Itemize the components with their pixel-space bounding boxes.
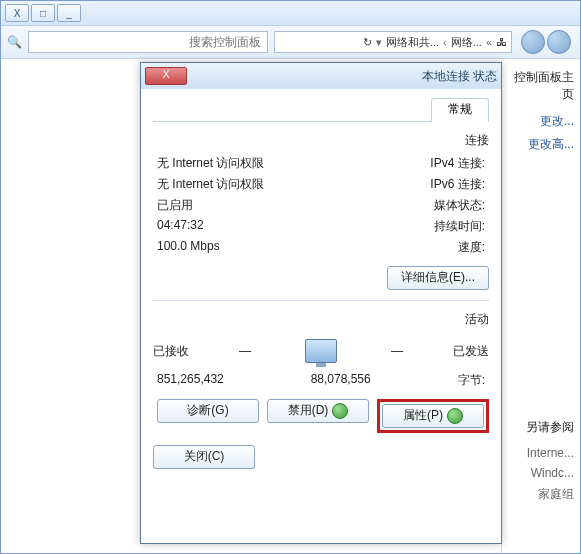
kv-row: 04:47:32持续时间: bbox=[153, 218, 489, 235]
network-icon: 🖧 bbox=[496, 36, 507, 48]
close-button[interactable]: X bbox=[5, 4, 29, 22]
close-button[interactable]: 关闭(C) bbox=[153, 445, 255, 469]
sidebar-link-advanced[interactable]: 更改高... bbox=[508, 136, 574, 153]
refresh-icon[interactable]: ↻ bbox=[363, 36, 372, 49]
globe-icon bbox=[332, 403, 348, 419]
sidebar-see-also: 另请参阅 bbox=[508, 419, 574, 436]
sidebar-link-windows[interactable]: Windc... bbox=[508, 466, 574, 480]
globe-icon bbox=[447, 408, 463, 424]
disable-button[interactable]: 禁用(D) bbox=[267, 399, 369, 423]
bytes-sent: 88,078,556 bbox=[311, 372, 371, 389]
activity-section: 活动 已接收 — — 已发送 851,265,432 88,078,556 字节… bbox=[153, 311, 489, 433]
dialog-title: 本地连接 状态 bbox=[422, 68, 497, 85]
section-title: 活动 bbox=[153, 311, 489, 328]
sidebar-heading: 控制面板主页 bbox=[508, 69, 574, 103]
bytes-recv: 851,265,432 bbox=[157, 372, 224, 389]
window-titlebar: X □ _ bbox=[1, 1, 580, 26]
kv-row: 100.0 Mbps速度: bbox=[153, 239, 489, 256]
divider bbox=[153, 300, 489, 301]
breadcrumb-seg[interactable]: 网络和共... bbox=[386, 35, 439, 50]
bytes-label: 字节: bbox=[458, 372, 485, 389]
activity-dash: — bbox=[391, 344, 403, 358]
activity-row: 已接收 — — 已发送 bbox=[153, 334, 489, 368]
toolbar: 🔍 ↻ ▾ 网络和共... ‹ 网络... « 🖧 bbox=[1, 26, 580, 59]
action-buttons: 诊断(G) 禁用(D) 属性(P) bbox=[153, 399, 489, 433]
chevron-left-icon: « bbox=[486, 36, 492, 48]
sidebar-link-homegroup[interactable]: 家庭组 bbox=[508, 486, 574, 503]
sidebar-link-internet[interactable]: Interne... bbox=[508, 446, 574, 460]
dialog-titlebar: 本地连接 状态 X bbox=[141, 63, 501, 89]
sent-label: 已发送 bbox=[453, 343, 489, 360]
sidebar-link-change[interactable]: 更改... bbox=[508, 113, 574, 130]
dialog-footer: 关闭(C) bbox=[153, 445, 489, 469]
kv-row: 无 Internet 访问权限IPv4 连接: bbox=[153, 155, 489, 172]
chevron-icon: ▾ bbox=[376, 36, 382, 49]
details-button[interactable]: 详细信息(E)... bbox=[387, 266, 489, 290]
kv-row: 已启用媒体状态: bbox=[153, 197, 489, 214]
status-dialog: 本地连接 状态 X 常规 连接 无 Internet 访问权限IPv4 连接: … bbox=[140, 62, 502, 544]
dialog-body: 常规 连接 无 Internet 访问权限IPv4 连接: 无 Internet… bbox=[141, 89, 501, 477]
monitor-icon bbox=[301, 334, 341, 368]
nav-back-button[interactable] bbox=[547, 30, 571, 54]
search-icon: 🔍 bbox=[7, 35, 22, 49]
received-label: 已接收 bbox=[153, 343, 189, 360]
tab-row: 常规 bbox=[153, 97, 489, 122]
nav-history bbox=[518, 31, 574, 53]
dialog-close-button[interactable]: X bbox=[145, 67, 187, 85]
search-box[interactable] bbox=[28, 31, 268, 53]
connection-section: 连接 无 Internet 访问权限IPv4 连接: 无 Internet 访问… bbox=[153, 132, 489, 290]
section-title: 连接 bbox=[153, 132, 489, 149]
chevron-icon: ‹ bbox=[443, 36, 447, 48]
search-input[interactable] bbox=[33, 34, 263, 50]
maximize-button[interactable]: □ bbox=[31, 4, 55, 22]
address-bar[interactable]: ↻ ▾ 网络和共... ‹ 网络... « 🖧 bbox=[274, 31, 512, 53]
window-controls: X □ _ bbox=[5, 4, 81, 22]
nav-forward-button[interactable] bbox=[521, 30, 545, 54]
minimize-button[interactable]: _ bbox=[57, 4, 81, 22]
breadcrumb-seg[interactable]: 网络... bbox=[451, 35, 482, 50]
bytes-row: 851,265,432 88,078,556 字节: bbox=[153, 372, 489, 389]
right-sidebar: 控制面板主页 更改... 更改高... 另请参阅 Interne... Wind… bbox=[501, 61, 580, 553]
tab-general[interactable]: 常规 bbox=[431, 98, 489, 122]
kv-row: 无 Internet 访问权限IPv6 连接: bbox=[153, 176, 489, 193]
diagnose-button[interactable]: 诊断(G) bbox=[157, 399, 259, 423]
highlight-box: 属性(P) bbox=[377, 399, 489, 433]
properties-button[interactable]: 属性(P) bbox=[382, 404, 484, 428]
activity-dash: — bbox=[239, 344, 251, 358]
